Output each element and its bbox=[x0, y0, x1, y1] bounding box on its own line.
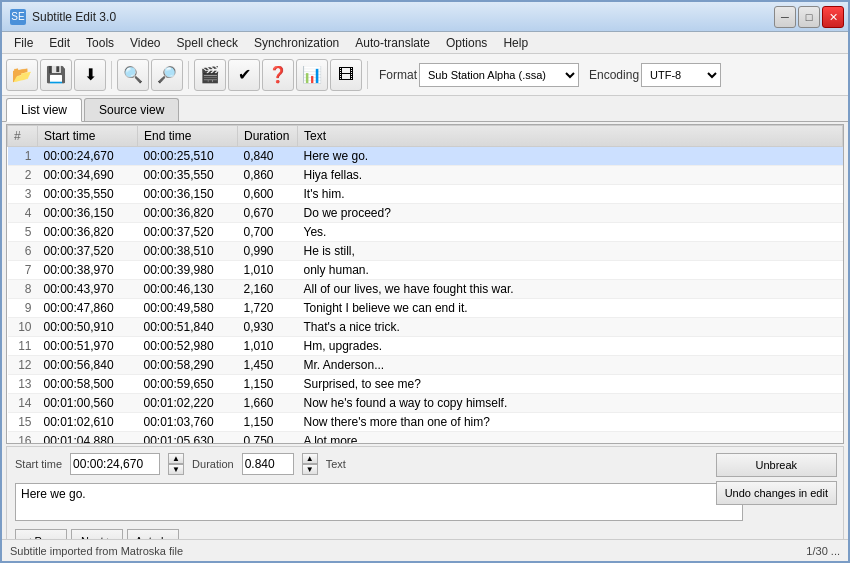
table-row[interactable]: 5 00:00:36,820 00:00:37,520 0,700 Yes. bbox=[8, 223, 843, 242]
status-bar: Subtitle imported from Matroska file 1/3… bbox=[2, 539, 848, 561]
table-row[interactable]: 6 00:00:37,520 00:00:38,510 0,990 He is … bbox=[8, 242, 843, 261]
cell-dur: 0,700 bbox=[238, 223, 298, 242]
cell-text: Now he's found a way to copy himself. bbox=[298, 394, 843, 413]
separator-3 bbox=[367, 61, 368, 89]
cell-dur: 0,750 bbox=[238, 432, 298, 445]
menu-item-options[interactable]: Options bbox=[438, 34, 495, 52]
cell-start: 00:00:34,690 bbox=[38, 166, 138, 185]
start-time-input[interactable] bbox=[70, 453, 160, 475]
start-time-up[interactable]: ▲ bbox=[168, 453, 184, 464]
cell-num: 1 bbox=[8, 147, 38, 166]
undo-changes-button[interactable]: Undo changes in edit bbox=[716, 481, 837, 505]
cell-dur: 1,150 bbox=[238, 375, 298, 394]
table-row[interactable]: 15 00:01:02,610 00:01:03,760 1,150 Now t… bbox=[8, 413, 843, 432]
cell-end: 00:00:51,840 bbox=[138, 318, 238, 337]
cell-start: 00:00:56,840 bbox=[38, 356, 138, 375]
tab-source-view[interactable]: Source view bbox=[84, 98, 179, 121]
cell-text: He is still, bbox=[298, 242, 843, 261]
wave-button[interactable]: 📊 bbox=[296, 59, 328, 91]
start-time-label: Start time bbox=[15, 458, 62, 470]
duration-label: Duration bbox=[192, 458, 234, 470]
cell-start: 00:00:37,520 bbox=[38, 242, 138, 261]
cell-text: Hm, upgrades. bbox=[298, 337, 843, 356]
cell-num: 8 bbox=[8, 280, 38, 299]
cell-end: 00:00:49,580 bbox=[138, 299, 238, 318]
cell-end: 00:00:37,520 bbox=[138, 223, 238, 242]
close-button[interactable]: ✕ bbox=[822, 6, 844, 28]
duration-spinner[interactable]: ▲ ▼ bbox=[302, 453, 318, 475]
table-row[interactable]: 12 00:00:56,840 00:00:58,290 1,450 Mr. A… bbox=[8, 356, 843, 375]
search-button[interactable]: 🔍 bbox=[117, 59, 149, 91]
start-time-down[interactable]: ▼ bbox=[168, 464, 184, 475]
table-row[interactable]: 4 00:00:36,150 00:00:36,820 0,670 Do we … bbox=[8, 204, 843, 223]
menu-item-spell-check[interactable]: Spell check bbox=[169, 34, 246, 52]
menu-item-tools[interactable]: Tools bbox=[78, 34, 122, 52]
search-replace-button[interactable]: 🔎 bbox=[151, 59, 183, 91]
encoding-select[interactable]: UTF-8 UTF-16 ANSI bbox=[641, 63, 721, 87]
status-left: Subtitle imported from Matroska file bbox=[10, 545, 183, 557]
cell-text: It's him. bbox=[298, 185, 843, 204]
menu-item-synchronization[interactable]: Synchronization bbox=[246, 34, 347, 52]
cell-dur: 1,010 bbox=[238, 337, 298, 356]
open-button[interactable]: 📂 bbox=[6, 59, 38, 91]
cell-end: 00:00:46,130 bbox=[138, 280, 238, 299]
table-row[interactable]: 1 00:00:24,670 00:00:25,510 0,840 Here w… bbox=[8, 147, 843, 166]
cell-dur: 0,600 bbox=[238, 185, 298, 204]
table-row[interactable]: 14 00:01:00,560 00:01:02,220 1,660 Now h… bbox=[8, 394, 843, 413]
toolbar: 📂 💾 ⬇ 🔍 🔎 🎬 ✔ ❓ 📊 🎞 Format Sub Station A… bbox=[2, 54, 848, 96]
table-row[interactable]: 9 00:00:47,860 00:00:49,580 1,720 Tonigh… bbox=[8, 299, 843, 318]
save-button[interactable]: 💾 bbox=[40, 59, 72, 91]
menu-item-edit[interactable]: Edit bbox=[41, 34, 78, 52]
cell-end: 00:01:03,760 bbox=[138, 413, 238, 432]
format-select[interactable]: Sub Station Alpha (.ssa) SubRip (.srt) W… bbox=[419, 63, 579, 87]
cell-start: 00:01:04,880 bbox=[38, 432, 138, 445]
cell-dur: 1,010 bbox=[238, 261, 298, 280]
start-time-spinner[interactable]: ▲ ▼ bbox=[168, 453, 184, 475]
menu-item-video[interactable]: Video bbox=[122, 34, 168, 52]
table-row[interactable]: 16 00:01:04,880 00:01:05,630 0,750 A lot… bbox=[8, 432, 843, 445]
menu-item-auto-translate[interactable]: Auto-translate bbox=[347, 34, 438, 52]
cell-dur: 0,860 bbox=[238, 166, 298, 185]
col-header-dur: Duration bbox=[238, 126, 298, 147]
video-button[interactable]: 🎬 bbox=[194, 59, 226, 91]
cell-num: 5 bbox=[8, 223, 38, 242]
duration-down[interactable]: ▼ bbox=[302, 464, 318, 475]
menu-item-file[interactable]: File bbox=[6, 34, 41, 52]
cell-num: 11 bbox=[8, 337, 38, 356]
table-row[interactable]: 11 00:00:51,970 00:00:52,980 1,010 Hm, u… bbox=[8, 337, 843, 356]
cell-text: Tonight I believe we can end it. bbox=[298, 299, 843, 318]
table-row[interactable]: 3 00:00:35,550 00:00:36,150 0,600 It's h… bbox=[8, 185, 843, 204]
table-row[interactable]: 13 00:00:58,500 00:00:59,650 1,150 Surpr… bbox=[8, 375, 843, 394]
unbreak-button[interactable]: Unbreak bbox=[716, 453, 837, 477]
format-label: Format bbox=[379, 68, 417, 82]
cell-start: 00:01:00,560 bbox=[38, 394, 138, 413]
cell-num: 2 bbox=[8, 166, 38, 185]
menu-item-help[interactable]: Help bbox=[495, 34, 536, 52]
help-button[interactable]: ❓ bbox=[262, 59, 294, 91]
cell-end: 00:00:36,150 bbox=[138, 185, 238, 204]
cell-end: 00:00:35,550 bbox=[138, 166, 238, 185]
download-button[interactable]: ⬇ bbox=[74, 59, 106, 91]
table-row[interactable]: 2 00:00:34,690 00:00:35,550 0,860 Hiya f… bbox=[8, 166, 843, 185]
text-input[interactable] bbox=[15, 483, 743, 521]
film-button[interactable]: 🎞 bbox=[330, 59, 362, 91]
separator-1 bbox=[111, 61, 112, 89]
cell-dur: 2,160 bbox=[238, 280, 298, 299]
tab-list-view[interactable]: List view bbox=[6, 98, 82, 122]
cell-num: 9 bbox=[8, 299, 38, 318]
cell-text: Yes. bbox=[298, 223, 843, 242]
duration-input[interactable] bbox=[242, 453, 294, 475]
duration-up[interactable]: ▲ bbox=[302, 453, 318, 464]
maximize-button[interactable]: □ bbox=[798, 6, 820, 28]
cell-end: 00:00:38,510 bbox=[138, 242, 238, 261]
cell-num: 3 bbox=[8, 185, 38, 204]
table-row[interactable]: 8 00:00:43,970 00:00:46,130 2,160 All of… bbox=[8, 280, 843, 299]
col-header-text: Text bbox=[298, 126, 843, 147]
table-row[interactable]: 10 00:00:50,910 00:00:51,840 0,930 That'… bbox=[8, 318, 843, 337]
cell-dur: 1,150 bbox=[238, 413, 298, 432]
cell-text: All of our lives, we have fought this wa… bbox=[298, 280, 843, 299]
separator-2 bbox=[188, 61, 189, 89]
check-button[interactable]: ✔ bbox=[228, 59, 260, 91]
minimize-button[interactable]: ─ bbox=[774, 6, 796, 28]
table-row[interactable]: 7 00:00:38,970 00:00:39,980 1,010 only h… bbox=[8, 261, 843, 280]
